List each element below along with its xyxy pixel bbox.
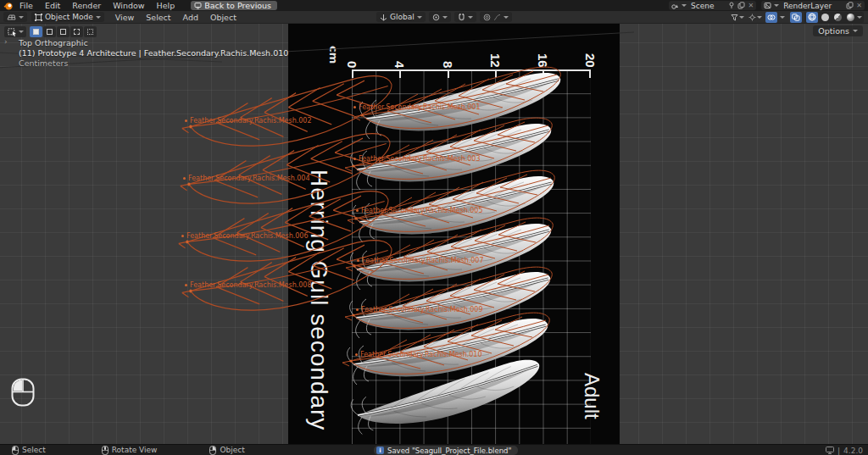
shading-rendered-button[interactable] bbox=[844, 12, 856, 23]
view-angle-label: Top Orthographic bbox=[19, 38, 288, 48]
viewport-header: Object Mode View Select Add Object Globa… bbox=[0, 11, 868, 24]
image-caption-left: Herring Gull secondary bbox=[305, 169, 332, 430]
image-caption-right: Adult bbox=[580, 373, 604, 419]
object-origin-dot bbox=[183, 177, 186, 180]
chevron-down-icon bbox=[19, 16, 24, 19]
unlink-icon[interactable]: ✕ bbox=[748, 2, 754, 9]
shading-material-button[interactable] bbox=[832, 12, 843, 23]
pin-icon[interactable] bbox=[728, 2, 735, 9]
viewport-editor-icon bbox=[7, 13, 16, 21]
shading-solid-button[interactable] bbox=[819, 12, 831, 23]
xray-toggle[interactable] bbox=[790, 12, 802, 23]
ruler-tick bbox=[495, 69, 497, 78]
screen-icon bbox=[194, 2, 202, 9]
viewport-info-text: Top Orthographic (11) Prototype 4 Archit… bbox=[19, 38, 288, 69]
top-menu-bar: File Edit Render Window Help Back to Pre… bbox=[0, 0, 868, 11]
menu-render[interactable]: Render bbox=[66, 0, 107, 11]
mesh-label[interactable]: Feather.Secondary.Rachis.Mesh.002 bbox=[185, 117, 312, 125]
chevron-down-icon bbox=[468, 16, 473, 19]
pivot-icon bbox=[432, 14, 440, 21]
object-mode-icon bbox=[35, 14, 42, 21]
mesh-label[interactable]: Feather.Secondary.Rachis.Mesh.005 bbox=[356, 207, 483, 214]
mesh-label[interactable]: Feather.Secondary.Rachis.Mesh.008 bbox=[185, 281, 312, 289]
menu-window[interactable]: Window bbox=[107, 0, 150, 11]
blender-version: 4.2.0 bbox=[843, 447, 863, 455]
menu-object[interactable]: Object bbox=[204, 12, 242, 23]
pivot-point-selector[interactable] bbox=[429, 12, 451, 22]
viewport-shading-group bbox=[804, 12, 864, 23]
select-mode-invert[interactable] bbox=[70, 26, 83, 37]
editor-type-button[interactable] bbox=[3, 12, 27, 22]
shading-wireframe-button[interactable] bbox=[806, 12, 818, 23]
menu-select[interactable]: Select bbox=[140, 12, 176, 23]
scene-selector[interactable]: Scene ✕ bbox=[669, 1, 756, 10]
viewport-display-toggles bbox=[730, 12, 868, 23]
object-origin-dot bbox=[357, 259, 359, 262]
object-visibility-filter[interactable] bbox=[730, 12, 745, 23]
object-origin-dot bbox=[185, 119, 187, 122]
new-datablock-icon[interactable] bbox=[846, 2, 854, 9]
chevron-down-icon[interactable] bbox=[780, 16, 785, 19]
object-origin-dot bbox=[356, 209, 359, 212]
mesh-label[interactable]: Feather.Secondary.Rachis.Mesh.004 bbox=[183, 175, 310, 182]
object-origin-dot bbox=[355, 353, 358, 356]
select-subtract-icon bbox=[60, 29, 66, 35]
render-layer-selector[interactable]: RenderLayer ✕ bbox=[761, 1, 865, 10]
ruler-label-0: 0 bbox=[344, 34, 359, 68]
units-label: Centimeters bbox=[19, 58, 288, 69]
ruler-tick bbox=[589, 69, 591, 78]
menu-edit[interactable]: Edit bbox=[39, 0, 66, 11]
ruler-label-8: 8 bbox=[440, 34, 455, 68]
xray-icon bbox=[792, 14, 800, 21]
blender-logo-icon[interactable] bbox=[3, 1, 14, 11]
show-gizmo-toggle[interactable] bbox=[748, 12, 763, 23]
options-button[interactable]: Options bbox=[813, 25, 863, 36]
select-intersect-icon bbox=[87, 29, 93, 35]
select-mode-extend[interactable] bbox=[43, 26, 56, 37]
snapping-selector[interactable] bbox=[454, 12, 476, 22]
select-mode-intersect[interactable] bbox=[84, 26, 97, 37]
mesh-label[interactable]: Feather.Secondary.Rachis.Mesh.003 bbox=[353, 155, 481, 163]
mesh-label[interactable]: Feather.Secondary.Rachis.Mesh.007 bbox=[357, 257, 484, 264]
chevron-down-icon bbox=[417, 16, 422, 19]
version-separator: | bbox=[837, 447, 840, 455]
active-tool-select-box-button[interactable] bbox=[4, 26, 26, 37]
hint-select: Select bbox=[12, 446, 46, 455]
transform-widgets: Global bbox=[376, 12, 512, 22]
transform-orientation-selector[interactable]: Global bbox=[376, 12, 426, 22]
chevron-down-icon bbox=[739, 16, 744, 19]
mesh-label[interactable]: Feather.Secondary.Rachis.Mesh.006 bbox=[181, 232, 309, 240]
ruler-tick bbox=[399, 69, 401, 78]
new-datablock-icon[interactable] bbox=[737, 2, 745, 9]
filter-funnel-icon bbox=[731, 14, 738, 21]
chevron-down-icon bbox=[19, 31, 24, 33]
sidebar-collapse-arrow[interactable]: › bbox=[4, 37, 8, 46]
menu-add[interactable]: Add bbox=[177, 12, 204, 23]
menu-help[interactable]: Help bbox=[151, 0, 181, 11]
ruler-unit-label: cm bbox=[327, 46, 340, 64]
ruler-label-4: 4 bbox=[392, 34, 407, 68]
chevron-down-icon[interactable] bbox=[857, 16, 862, 19]
proportional-circle-icon bbox=[483, 14, 491, 21]
select-mode-set[interactable] bbox=[30, 26, 42, 37]
mesh-label[interactable]: Feather.Secondary.Rachis.Mesh.010 bbox=[355, 351, 482, 358]
ruler-label-12: 12 bbox=[487, 34, 503, 68]
3d-viewport[interactable]: 0 4 8 12 16 20 cm Herring Gull secondary… bbox=[0, 24, 868, 444]
proportional-editing-toggle[interactable] bbox=[480, 12, 512, 22]
mesh-label[interactable]: Feather.Secondary.Rachis.Mesh.009 bbox=[356, 306, 483, 314]
select-mode-subtract[interactable] bbox=[57, 26, 70, 37]
save-status-message: i Saved "Seagull_Project_File.blend" bbox=[374, 446, 518, 455]
mesh-label[interactable]: Feather.Secondary.Rachis.Mesh.001 bbox=[353, 103, 481, 111]
close-icon[interactable]: ✕ bbox=[856, 2, 862, 9]
tool-header bbox=[4, 26, 97, 37]
object-origin-dot bbox=[185, 284, 187, 286]
mouse-indicator-icon bbox=[11, 378, 35, 407]
back-to-previous-button[interactable]: Back to Previous bbox=[191, 1, 277, 10]
chevron-down-icon bbox=[504, 16, 509, 19]
menu-file[interactable]: File bbox=[14, 0, 39, 11]
menu-view[interactable]: View bbox=[109, 12, 141, 23]
mode-selector[interactable]: Object Mode bbox=[31, 12, 104, 22]
hint-rotate-view: Rotate View bbox=[102, 446, 158, 455]
select-box-icon bbox=[8, 28, 17, 36]
show-overlays-toggle[interactable] bbox=[765, 12, 777, 23]
